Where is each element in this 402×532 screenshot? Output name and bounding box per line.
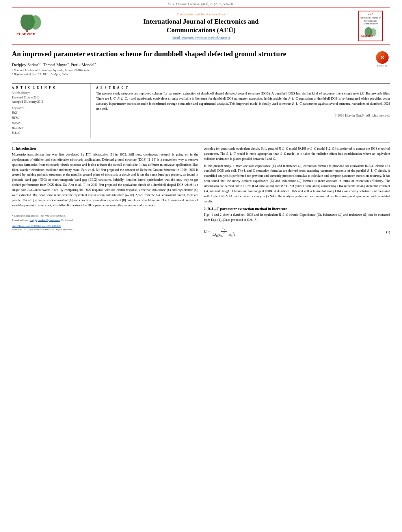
svg-text:ELSEVIER: ELSEVIER: [361, 35, 373, 37]
aeu-logo-box: AEÜ International Journal ofElectronics …: [358, 11, 383, 41]
formula-1-box: C = ωc 2Z0(ω02 − ωc2) (1): [204, 226, 390, 238]
article-title-section: An improved parameter extraction scheme …: [12, 49, 390, 80]
received-date: Received 21 June 2015: [12, 95, 86, 100]
elsevier-logo-svg: ELSEVIER: [16, 15, 47, 36]
section1-right-text-1: complex for quasi static equivalent circ…: [204, 146, 390, 162]
elsevier-logo: ELSEVIER: [16, 15, 47, 37]
formula-fraction: ωc 2Z0(ω02 − ωc2): [212, 226, 236, 238]
aeu-logo-graphic: ELSEVIER: [361, 26, 380, 37]
sciencedirect-link: Contents lists available at ScienceDirec…: [51, 13, 351, 16]
footnote-email: E-mail address: dwipjoysarkar@gmail.com …: [12, 218, 198, 222]
section2-intro: Figs. 1 and 2 show a dumbbell DGS and it…: [204, 213, 390, 223]
keywords-list: DGS HFSS Matlab Dumbbell R–L–C: [12, 111, 86, 136]
svg-point-2: [30, 15, 41, 30]
affiliation-a: ᵃ National Institute of Technology Agart…: [12, 69, 370, 72]
crossmark-icon: ⨯: [376, 51, 389, 64]
right-column: complex for quasi static equivalent circ…: [204, 146, 390, 241]
abstract-text: The present study proposes an improved s…: [96, 91, 390, 112]
article-title: An improved parameter extraction scheme …: [12, 49, 370, 59]
issn-text: 1434-8411/© 2016 Elsevier GmbH. All righ…: [12, 228, 198, 232]
journal-homepage: journal homepage: www.elsevier.com/locat…: [51, 36, 351, 39]
article-info-abstract: A R T I C L E I N F O Article history: R…: [12, 83, 390, 138]
journal-header: ELSEVIER Contents lists available at Sci…: [12, 7, 390, 45]
page: Int. J. Electron. Commun. (AEÜ) 70 (2016…: [0, 0, 402, 532]
email-link[interactable]: dwipjoysarkar@gmail.com: [30, 219, 60, 222]
copyright-text: © 2016 Elsevier GmbH. All rights reserve…: [96, 114, 390, 117]
authors: Dwipjoy Sarkara,*, Tamasi Moyraa, Pratik…: [12, 62, 370, 67]
section1-right-text-2: In this present study, a more accurate c…: [204, 164, 390, 204]
formula-1-number: (1): [386, 230, 391, 234]
info-dates: Received 21 June 2015 Accepted 25 Januar…: [12, 95, 86, 104]
main-content: 1. Introduction Microstrip transmission …: [12, 146, 390, 241]
abstract-col: A B S T R A C T The present study propos…: [91, 83, 390, 138]
journal-citation: Int. J. Electron. Commun. (AEÜ) 70 (2016…: [0, 0, 402, 7]
article-info-heading: A R T I C L E I N F O: [12, 86, 86, 89]
affiliations: ᵃ National Institute of Technology Agart…: [12, 69, 370, 76]
doi-link[interactable]: http://dx.doi.org/10.1016/j.aeue.2016.01…: [12, 224, 61, 228]
footnote-corresponding: * Corresponding author. Tel.: +91 986366…: [12, 214, 198, 218]
svg-text:ELSEVIER: ELSEVIER: [17, 32, 36, 36]
crossmark-label: CrossMark: [377, 65, 388, 67]
accepted-date: Accepted 25 January 2016: [12, 100, 86, 104]
aeu-logo: AEÜ International Journal ofElectronics …: [355, 11, 386, 41]
section2-title: 2. R–L–C parameter extraction method in …: [204, 207, 390, 211]
crossmark: ⨯ CrossMark: [374, 51, 390, 67]
journal-ref-text: Int. J. Electron. Commun. (AEÜ) 70 (2016…: [168, 2, 234, 6]
section-divider: [12, 142, 390, 143]
article-title-text: An improved parameter extraction scheme …: [12, 49, 370, 78]
section1-title: 1. Introduction: [12, 146, 198, 150]
journal-center: Contents lists available at ScienceDirec…: [51, 13, 351, 39]
left-column: 1. Introduction Microstrip transmission …: [12, 146, 198, 241]
journal-title: International Journal of Electronics and…: [51, 17, 351, 35]
affiliation-b: ᵇ Department of EE/TCE, IIEST, Shibpur, …: [12, 72, 370, 76]
abstract-heading: A B S T R A C T: [96, 86, 390, 89]
formula-1: C = ωc 2Z0(ω02 − ωc2): [204, 226, 236, 238]
footnote-area: * Corresponding author. Tel.: +91 986366…: [12, 212, 198, 232]
section1-left-text: Microstrip transmission line was first d…: [12, 152, 198, 208]
svg-rect-3: [26, 29, 28, 32]
history-label: Article history:: [12, 91, 86, 95]
content-area: An improved parameter extraction scheme …: [12, 45, 390, 241]
keywords-label: Keywords:: [12, 106, 86, 110]
article-info-col: A R T I C L E I N F O Article history: R…: [12, 83, 91, 138]
